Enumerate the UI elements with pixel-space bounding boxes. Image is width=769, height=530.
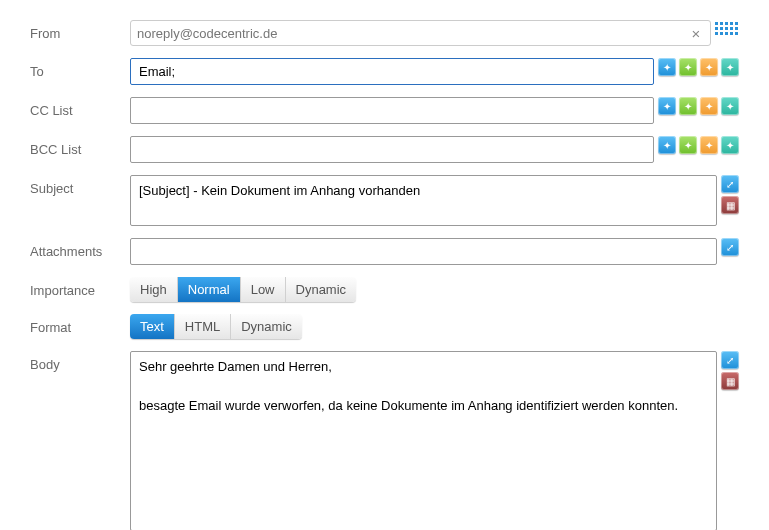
format-option-dynamic[interactable]: Dynamic (231, 314, 302, 339)
clear-from-icon[interactable]: × (688, 25, 704, 41)
expand-icon[interactable]: ⤢ (721, 175, 739, 193)
attach-file-icon[interactable]: ⤢ (721, 238, 739, 256)
subject-input[interactable] (130, 175, 717, 226)
body-label: Body (30, 351, 130, 372)
expand-icon[interactable]: ⤢ (721, 351, 739, 369)
cc-input[interactable] (130, 97, 654, 124)
to-input[interactable] (130, 58, 654, 85)
contacts-icon[interactable]: ✦ (658, 97, 676, 115)
attachments-label: Attachments (30, 238, 130, 259)
format-toggle: TextHTMLDynamic (130, 314, 302, 339)
lookup-icon[interactable]: ✦ (700, 58, 718, 76)
contacts-icon[interactable]: ✦ (658, 58, 676, 76)
group-icon[interactable]: ✦ (721, 97, 739, 115)
template-picker-icon[interactable]: ▦ (721, 196, 739, 214)
group-icon[interactable]: ✦ (721, 136, 739, 154)
format-label: Format (30, 314, 130, 335)
bcc-label: BCC List (30, 136, 130, 157)
subject-label: Subject (30, 175, 130, 196)
lookup-icon[interactable]: ✦ (700, 97, 718, 115)
importance-option-low[interactable]: Low (241, 277, 286, 302)
format-option-text[interactable]: Text (130, 314, 175, 339)
add-recipient-icon[interactable]: ✦ (679, 97, 697, 115)
importance-option-dynamic[interactable]: Dynamic (286, 277, 357, 302)
from-field[interactable]: noreply@codecentric.de × (130, 20, 711, 46)
importance-label: Importance (30, 277, 130, 298)
to-label: To (30, 58, 130, 79)
add-recipient-icon[interactable]: ✦ (679, 136, 697, 154)
importance-option-high[interactable]: High (130, 277, 178, 302)
format-option-html[interactable]: HTML (175, 314, 231, 339)
lookup-icon[interactable]: ✦ (700, 136, 718, 154)
importance-option-normal[interactable]: Normal (178, 277, 241, 302)
group-icon[interactable]: ✦ (721, 58, 739, 76)
bcc-input[interactable] (130, 136, 654, 163)
from-label: From (30, 20, 130, 41)
cc-label: CC List (30, 97, 130, 118)
body-textarea[interactable] (130, 351, 717, 530)
from-value: noreply@codecentric.de (137, 26, 688, 41)
template-picker-icon[interactable]: ▦ (721, 372, 739, 390)
importance-toggle: HighNormalLowDynamic (130, 277, 356, 302)
keyboard-icon[interactable] (715, 20, 739, 36)
attachments-input[interactable] (130, 238, 717, 265)
contacts-icon[interactable]: ✦ (658, 136, 676, 154)
add-recipient-icon[interactable]: ✦ (679, 58, 697, 76)
